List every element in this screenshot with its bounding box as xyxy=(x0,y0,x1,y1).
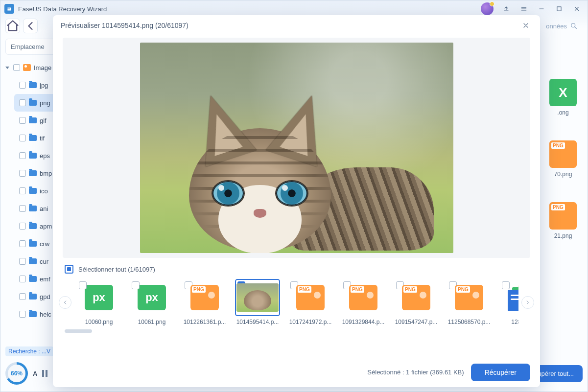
thumbnail[interactable]: px xyxy=(130,279,174,316)
thumbnail-card[interactable]: 128.png xyxy=(498,279,518,325)
dialog-title: Prévisualiser 1014595414.png (20/61097) xyxy=(61,22,188,29)
thumbnail[interactable] xyxy=(235,279,280,316)
preview-dialog: Prévisualiser 1014595414.png (20/61097) xyxy=(53,15,540,387)
select-all-label: Sélectionner tout (1/61097) xyxy=(78,266,155,273)
strip-prev-button[interactable] xyxy=(59,296,71,309)
thumbnail[interactable] xyxy=(394,279,438,316)
thumbnail[interactable] xyxy=(288,279,332,316)
preview-area xyxy=(63,38,530,258)
preview-image xyxy=(140,43,453,253)
photo-thumb xyxy=(236,283,279,312)
thumbnail-filename: 1014595414.p... xyxy=(236,319,279,325)
thumbnail[interactable] xyxy=(183,279,227,316)
px-icon: px xyxy=(85,285,113,310)
png-icon xyxy=(190,285,219,310)
recover-button[interactable]: Récupérer xyxy=(471,364,530,381)
png-icon xyxy=(296,285,325,310)
docs-icon xyxy=(508,284,518,311)
thumbnail[interactable] xyxy=(500,279,518,316)
px-icon: px xyxy=(138,285,166,310)
thumbnail-filename: 1012261361.p... xyxy=(184,319,226,325)
thumbnail[interactable] xyxy=(341,279,385,316)
png-icon xyxy=(402,285,430,310)
thumbnail-card[interactable]: 1014595414.p... xyxy=(234,279,281,325)
png-icon xyxy=(349,285,377,310)
strip-scrollbar[interactable] xyxy=(65,329,528,333)
thumbnail[interactable]: px xyxy=(77,279,121,316)
thumbnail-card[interactable]: 1091329844.p... xyxy=(340,279,387,325)
selection-status: Sélectionné : 1 fichier (369.61 KB) xyxy=(367,369,464,376)
strip-next-button[interactable] xyxy=(521,296,534,309)
filmstrip: px10060.pngpx10061.png1012261361.p...101… xyxy=(53,277,540,327)
thumbnail-strip: px10060.pngpx10061.png1012261361.p...101… xyxy=(74,277,518,327)
thumbnail-card[interactable]: px10061.png xyxy=(128,279,175,325)
thumbnail-filename: 1125068570.p... xyxy=(448,319,491,325)
thumbnail-filename: 128.png xyxy=(511,319,518,325)
select-all-checkbox[interactable] xyxy=(65,265,73,274)
thumbnail[interactable] xyxy=(447,279,491,316)
dialog-header: Prévisualiser 1014595414.png (20/61097) xyxy=(53,15,540,36)
recover-label: Récupérer xyxy=(485,369,517,376)
dialog-close-button[interactable] xyxy=(519,19,532,32)
app-window: EaseUS Data Recovery Wizard onnées xyxy=(0,0,588,392)
thumbnail-card[interactable]: 1125068570.p... xyxy=(446,279,493,325)
strip-scroll-handle[interactable] xyxy=(65,329,92,333)
thumbnail-card[interactable]: 1012261361.p... xyxy=(181,279,228,325)
thumbnail-filename: 10060.png xyxy=(85,319,113,325)
dialog-footer: Sélectionné : 1 fichier (369.61 KB) Récu… xyxy=(53,357,540,387)
progress-percent: 66% xyxy=(11,370,23,377)
thumbnail-checkbox[interactable] xyxy=(132,281,140,289)
select-all-row: Sélectionner tout (1/61097) xyxy=(53,263,540,277)
thumbnail-filename: 1091547247.p... xyxy=(395,319,438,325)
thumbnail-checkbox[interactable] xyxy=(79,281,87,289)
thumbnail-card[interactable]: 1017241972.p... xyxy=(287,279,334,325)
thumbnail-filename: 1091329844.p... xyxy=(342,319,385,325)
thumbnail-filename: 1017241972.p... xyxy=(289,319,332,325)
thumbnail-card[interactable]: px10060.png xyxy=(75,279,122,325)
thumbnail-card[interactable]: 1091547247.p... xyxy=(393,279,440,325)
png-icon xyxy=(455,285,483,310)
thumbnail-filename: 10061.png xyxy=(138,319,166,325)
